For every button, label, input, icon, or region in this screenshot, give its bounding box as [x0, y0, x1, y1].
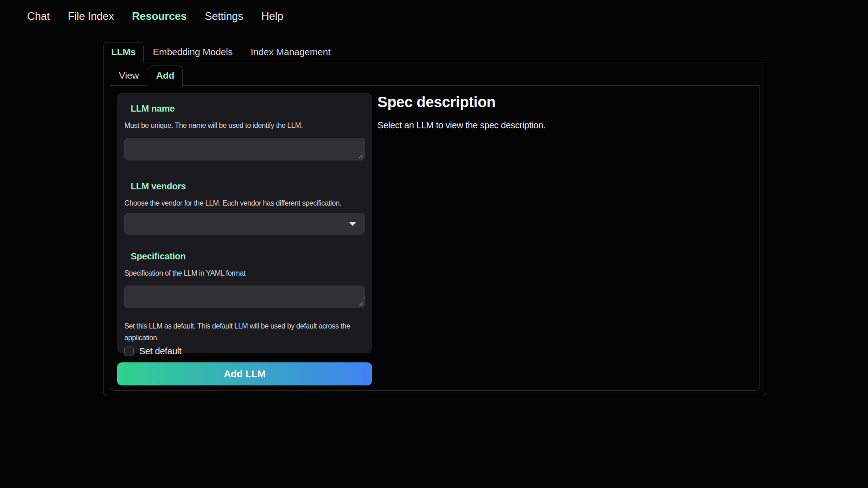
tab-embedding-models[interactable]: Embedding Models [144, 47, 242, 62]
specification-description: Specification of the LLM in YAML format [124, 267, 365, 279]
top-navigation: Chat File Index Resources Settings Help [27, 10, 283, 23]
add-llm-form-panel: LLM name Must be unique. The name will b… [117, 93, 372, 353]
specification-input[interactable] [125, 286, 364, 308]
subtab-view[interactable]: View [110, 70, 148, 85]
set-default-description: Set this LLM as default. This default LL… [124, 320, 361, 344]
llms-tab-content: View Add LLM name Must be unique. The na… [103, 62, 766, 396]
add-llm-form-column: LLM name Must be unique. The name will b… [117, 93, 372, 384]
nav-item-chat[interactable]: Chat [27, 10, 50, 23]
specification-box [124, 286, 365, 308]
subtab-add[interactable]: Add [148, 66, 182, 86]
add-llm-tab-content: LLM name Must be unique. The name will b… [110, 86, 760, 391]
llm-vendors-dropdown[interactable] [124, 213, 365, 235]
llm-name-description: Must be unique. The name will be used to… [124, 120, 365, 131]
llm-vendors-description: Choose the vendor for the LLM. Each vend… [124, 197, 365, 209]
chevron-down-icon [349, 222, 356, 226]
llm-name-box [124, 138, 365, 160]
set-default-checkbox[interactable] [124, 347, 134, 356]
nav-item-resources[interactable]: Resources [132, 10, 187, 23]
specification-label: Specification [131, 251, 365, 262]
nav-item-file-index[interactable]: File Index [68, 10, 114, 23]
set-default-row: Set default [124, 346, 365, 357]
spec-description-title: Spec description [377, 94, 752, 111]
tab-llms[interactable]: LLMs [103, 42, 144, 62]
spec-description-body: Select an LLM to view the spec descripti… [377, 120, 752, 131]
llms-subtab-group: View Add LLM name Must be unique. The na… [110, 68, 760, 391]
llm-name-label: LLM name [131, 103, 365, 114]
tab-index-management[interactable]: Index Management [242, 47, 340, 62]
llm-name-input[interactable] [125, 138, 364, 160]
resize-handle-icon[interactable] [358, 301, 363, 306]
nav-item-settings[interactable]: Settings [205, 10, 243, 23]
llm-vendors-label: LLM vendors [131, 181, 365, 192]
set-default-checkbox-label[interactable]: Set default [139, 346, 181, 357]
resources-tab-nav: LLMs Embedding Models Index Management [103, 44, 766, 62]
resources-tab-group: LLMs Embedding Models Index Management V… [103, 44, 766, 396]
spec-description-panel: Spec description Select an LLM to view t… [377, 93, 752, 384]
resize-handle-icon[interactable] [358, 154, 363, 159]
add-llm-button[interactable]: Add LLM [117, 362, 372, 385]
llms-subtab-nav: View Add [110, 68, 760, 86]
nav-item-help[interactable]: Help [261, 10, 283, 23]
